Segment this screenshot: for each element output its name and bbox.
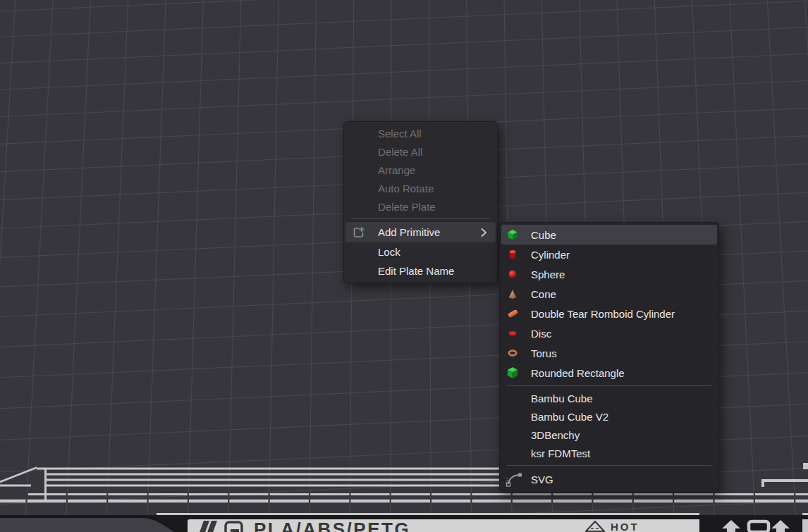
- plate-front-icons: [719, 519, 798, 532]
- menu-item-label: Delete Plate: [378, 201, 436, 213]
- menu-item-label: Auto Rotate: [378, 183, 434, 194]
- submenu-item-svg[interactable]: SVG: [501, 469, 717, 490]
- plate-badge-icon: [224, 521, 244, 532]
- menu-item-label: Edit Plate Name: [378, 265, 454, 277]
- submenu-item-cylinder[interactable]: Cylinder: [501, 245, 717, 264]
- submenu-item-rounded-rectangle[interactable]: Rounded Rectangle: [501, 363, 717, 383]
- submenu-item-double-tear-romboid-cylinder[interactable]: Double Tear Romboid Cylinder: [501, 304, 717, 323]
- menu-item-arrange[interactable]: Arrange: [345, 161, 496, 179]
- submenu-item-label: Cylinder: [531, 249, 570, 261]
- submenu-item-cube[interactable]: Cube: [501, 225, 717, 245]
- submenu-item-label: Cone: [531, 288, 556, 300]
- submenu-item-cone[interactable]: Cone: [501, 284, 717, 304]
- build-plate-front-bar: PLA/ABS/PETG HOT: [188, 519, 699, 532]
- submenu-item-label: Disc: [531, 328, 551, 340]
- menu-item-add-primitive[interactable]: Add Primitive: [345, 222, 496, 242]
- front-left-corner: [0, 514, 190, 532]
- submenu-item-label: Bambu Cube: [531, 392, 593, 404]
- cube-icon: [507, 229, 518, 240]
- submenu-item-disc[interactable]: Disc: [501, 323, 717, 343]
- arrow-up-icon: [771, 520, 790, 532]
- menu-item-label: Arrange: [378, 164, 415, 176]
- chevron-right-icon: [481, 228, 486, 237]
- disc-icon: [507, 328, 518, 339]
- menu-item-select-all[interactable]: Select All: [345, 124, 496, 142]
- submenu-item-label: Sphere: [531, 268, 565, 280]
- double-tear-romboid-cylinder-icon: [507, 308, 519, 320]
- submenu-item-label: SVG: [531, 474, 553, 485]
- submenu-item-bambu-cube[interactable]: Bambu Cube: [501, 389, 717, 407]
- submenu-item-label: ksr FDMTest: [531, 447, 590, 459]
- submenu-item-label: Torus: [531, 347, 557, 359]
- submenu-item-label: Double Tear Romboid Cylinder: [531, 308, 675, 320]
- torus-icon: [507, 347, 518, 359]
- submenu-item-3dbenchy[interactable]: 3DBenchy: [501, 426, 717, 444]
- submenu-separator: [507, 385, 711, 386]
- submenu-item-label: Cube: [531, 229, 556, 241]
- submenu-item-torus[interactable]: Torus: [501, 343, 717, 363]
- apron-top-line: [157, 513, 699, 515]
- submenu-separator: [507, 465, 711, 466]
- menu-item-label: Delete All: [378, 146, 422, 158]
- menu-item-auto-rotate[interactable]: Auto Rotate: [345, 179, 496, 197]
- cylinder-icon: [507, 249, 518, 260]
- hot-label: HOT: [611, 521, 639, 532]
- menu-item-delete-plate[interactable]: Delete Plate: [345, 197, 496, 216]
- submenu-item-label: Bambu Cube V2: [531, 411, 608, 423]
- hot-warning-icon: [584, 520, 606, 532]
- menu-item-label: Lock: [378, 246, 400, 258]
- menu-separator: [351, 218, 490, 219]
- plate-material-text: PLA/ABS/PETG: [254, 520, 410, 532]
- svg-bezier-icon: [506, 471, 524, 488]
- menu-item-lock[interactable]: Lock: [345, 242, 496, 261]
- apron-top-line-right: [802, 513, 808, 515]
- submenu-item-sphere[interactable]: Sphere: [501, 264, 717, 284]
- bambu-logo-icon: [199, 521, 223, 532]
- cone-icon: [507, 288, 518, 299]
- submenu-item-label: Rounded Rectangle: [531, 367, 625, 379]
- viewport-3d[interactable]: PLA/ABS/PETG HOT: [0, 0, 808, 532]
- sphere-icon: [507, 268, 518, 280]
- square-icon: [749, 521, 769, 532]
- submenu-item-label: 3DBenchy: [531, 429, 580, 441]
- menu-item-edit-plate-name[interactable]: Edit Plate Name: [345, 261, 496, 280]
- menu-item-label: Select All: [378, 128, 422, 140]
- plate-bar-right-chunk: [802, 519, 808, 532]
- submenu-item-bambu-cube-v2[interactable]: Bambu Cube V2: [501, 407, 717, 426]
- menu-item-label: Add Primitive: [378, 226, 440, 238]
- add-primitive-submenu: Cube Cylinder Sphere Cone: [499, 222, 719, 493]
- context-menu: Select All Delete All Arrange Auto Rotat…: [343, 121, 498, 283]
- menu-item-delete-all[interactable]: Delete All: [345, 142, 496, 161]
- rounded-rectangle-icon: [507, 367, 518, 378]
- arrow-up-icon: [722, 520, 740, 532]
- add-primitive-icon: [352, 225, 365, 239]
- submenu-item-ksr-fdmtest[interactable]: ksr FDMTest: [501, 444, 717, 462]
